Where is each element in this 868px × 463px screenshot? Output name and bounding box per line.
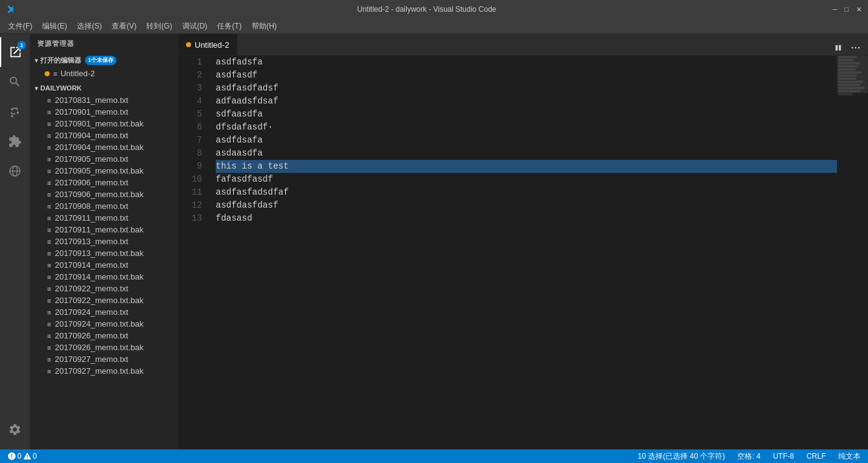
open-editors-arrow: ▾ <box>35 57 38 64</box>
tab-actions <box>831 40 868 55</box>
code-content[interactable]: asdfadsfaasdfasdfasdfasdfadsfadfaadsfdsa… <box>210 56 837 449</box>
selection-text: 10 选择(已选择 40 个字符) <box>638 451 725 462</box>
code-line: fafasdfasdf <box>216 173 837 186</box>
file-tree-item[interactable]: ≡20170922_memo.txt <box>30 283 179 294</box>
file-tree-item[interactable]: ≡20170914_memo.txt.bak <box>30 271 179 283</box>
file-tree-item[interactable]: ≡20170924_memo.txt <box>30 306 179 318</box>
file-tree-item[interactable]: ≡20170831_memo.txt <box>30 94 179 106</box>
line-numbers: 12345678910111213 <box>179 56 210 449</box>
line-ending-text: CRLF <box>807 452 826 461</box>
code-line: asdfdsafa <box>216 134 837 147</box>
line-number: 4 <box>179 95 210 108</box>
close-button[interactable]: ✕ <box>856 6 862 14</box>
file-icon: ≡ <box>47 250 51 257</box>
status-right: 10 选择(已选择 40 个字符) 空格: 4 UTF-8 CRLF 纯文本 <box>636 451 863 462</box>
sidebar-content[interactable]: ▾ 打开的编辑器 1个未保存 ≡ Untitled-2 ▾ DAILYWORK … <box>30 53 179 449</box>
code-line: asdaasdfa <box>216 147 837 160</box>
search-activity-icon[interactable] <box>0 67 30 97</box>
file-tree-item[interactable]: ≡20170906_memo.txt.bak <box>30 188 179 200</box>
file-tree-item[interactable]: ≡20170914_memo.txt <box>30 259 179 271</box>
file-tree-item[interactable]: ≡20170913_memo.txt <box>30 236 179 247</box>
maximize-button[interactable]: □ <box>844 6 849 14</box>
file-tree-item[interactable]: ≡20170913_memo.txt.bak <box>30 247 179 259</box>
sidebar: 资源管理器 ▾ 打开的编辑器 1个未保存 ≡ Untitled-2 ▾ DAIL… <box>30 34 179 449</box>
code-line: asdfasdfadsf <box>216 82 837 95</box>
file-icon: ≡ <box>47 167 51 175</box>
open-editors-badge: 1个未保存 <box>85 56 117 65</box>
file-tree-item[interactable]: ≡20170904_memo.txt <box>30 130 179 141</box>
activity-bar: 1 <box>0 34 30 449</box>
menu-item-h[interactable]: 帮助(H) <box>247 20 282 33</box>
source-control-activity-icon[interactable] <box>0 97 30 126</box>
code-line: asdfadsfa <box>216 56 837 69</box>
file-icon: ≡ <box>47 108 51 116</box>
minimize-button[interactable]: ─ <box>833 6 838 14</box>
more-actions-button[interactable] <box>848 40 863 55</box>
status-left: 0 0 <box>5 452 39 461</box>
file-icon: ≡ <box>47 273 51 281</box>
file-tree-item[interactable]: ≡20170905_memo.txt <box>30 153 179 165</box>
line-number: 11 <box>179 186 210 199</box>
file-icon: ≡ <box>47 309 51 316</box>
line-number: 5 <box>179 108 210 121</box>
line-number: 10 <box>179 173 210 186</box>
encoding-status[interactable]: UTF-8 <box>771 452 797 461</box>
menu-item-v[interactable]: 查看(V) <box>107 20 141 33</box>
file-icon: ≡ <box>47 214 51 222</box>
file-tree-item[interactable]: ≡20170905_memo.txt.bak <box>30 165 179 177</box>
line-number: 12 <box>179 199 210 212</box>
line-number: 1 <box>179 56 210 69</box>
file-tree-item[interactable]: ≡20170906_memo.txt <box>30 177 179 188</box>
language-status[interactable]: 纯文本 <box>836 451 863 462</box>
open-editors-section-header[interactable]: ▾ 打开的编辑器 1个未保存 <box>30 53 179 68</box>
remote-activity-icon[interactable] <box>0 156 30 186</box>
minimap-slider[interactable] <box>837 56 868 93</box>
dailywork-folder-header[interactable]: ▾ DAILYWORK <box>30 82 179 94</box>
file-tree-item[interactable]: ≡20170922_memo.txt.bak <box>30 294 179 306</box>
unsaved-dot <box>45 71 50 76</box>
selection-status[interactable]: 10 选择(已选择 40 个字符) <box>636 451 728 462</box>
title-text: Untitled-2 - dailywork - Visual Studio C… <box>21 5 833 14</box>
split-editor-button[interactable] <box>831 40 846 55</box>
explorer-activity-icon[interactable]: 1 <box>0 37 30 67</box>
menu-item-f[interactable]: 文件(F) <box>3 20 37 33</box>
menu-item-s[interactable]: 选择(S) <box>72 20 107 33</box>
file-icon: ≡ <box>47 356 51 363</box>
menu-bar: 文件(F)编辑(E)选择(S)查看(V)转到(G)调试(D)任务(T)帮助(H) <box>0 19 868 34</box>
dailywork-arrow: ▾ <box>35 85 38 92</box>
explorer-badge: 1 <box>17 41 26 50</box>
file-icon: ≡ <box>47 226 51 234</box>
file-tree-item[interactable]: ≡20170924_memo.txt.bak <box>30 318 179 330</box>
file-tree-item[interactable]: ≡20170904_memo.txt.bak <box>30 141 179 153</box>
menu-item-e[interactable]: 编辑(E) <box>37 20 72 33</box>
file-icon: ≡ <box>47 238 51 245</box>
extensions-activity-icon[interactable] <box>0 126 30 156</box>
file-icon: ≡ <box>47 297 51 304</box>
file-tree-item[interactable]: ≡20170911_memo.txt.bak <box>30 224 179 236</box>
code-line: adfaadsfdsaf <box>216 95 837 108</box>
svg-point-4 <box>855 47 857 49</box>
error-warning-status[interactable]: 0 0 <box>5 452 39 461</box>
settings-activity-icon[interactable] <box>0 415 30 444</box>
file-tree-item[interactable]: ≡20170908_memo.txt <box>30 200 179 212</box>
file-tree-item[interactable]: ≡20170927_memo.txt.bak <box>30 365 179 377</box>
file-tree-item[interactable]: ≡20170901_memo.txt.bak <box>30 118 179 130</box>
editor-tab-untitled2[interactable]: Untitled-2 <box>179 34 237 55</box>
file-tree-item[interactable]: ≡20170927_memo.txt <box>30 353 179 365</box>
file-tree-item[interactable]: ≡20170901_memo.txt <box>30 106 179 118</box>
file-icon: ≡ <box>47 120 51 128</box>
file-tree-item[interactable]: ≡20170926_memo.txt.bak <box>30 342 179 353</box>
open-editor-item-untitled2[interactable]: ≡ Untitled-2 <box>30 68 179 79</box>
file-tree-item[interactable]: ≡20170926_memo.txt <box>30 330 179 342</box>
spaces-status[interactable]: 空格: 4 <box>735 451 763 462</box>
open-editor-filename: Untitled-2 <box>60 69 95 78</box>
app-icon <box>6 4 16 14</box>
file-icon: ≡ <box>47 203 51 210</box>
line-ending-status[interactable]: CRLF <box>804 452 828 461</box>
menu-item-d[interactable]: 调试(D) <box>177 20 213 33</box>
file-tree-item[interactable]: ≡20170911_memo.txt <box>30 212 179 224</box>
menu-item-g[interactable]: 转到(G) <box>141 20 177 33</box>
title-bar: Untitled-2 - dailywork - Visual Studio C… <box>0 0 868 19</box>
menu-item-t[interactable]: 任务(T) <box>212 20 246 33</box>
spaces-text: 空格: 4 <box>737 451 760 462</box>
